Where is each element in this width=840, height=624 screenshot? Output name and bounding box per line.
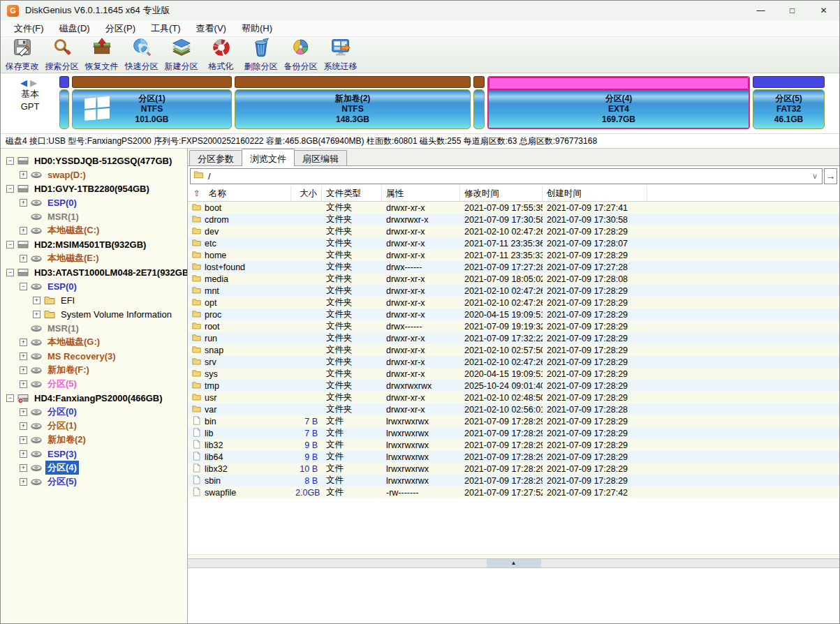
expand-icon[interactable]: + (20, 464, 27, 472)
tree-item-EFI[interactable]: +EFI (1, 293, 187, 307)
expand-icon[interactable]: + (20, 171, 27, 179)
file-row-dev[interactable]: dev文件夹drwxr-xr-x2021-02-10 02:47:262021-… (188, 225, 839, 237)
expand-icon[interactable]: + (20, 478, 27, 486)
menu-item-1[interactable]: 磁盘(D) (52, 21, 98, 36)
menu-item-2[interactable]: 分区(P) (98, 21, 143, 36)
tab-分区参数[interactable]: 分区参数 (189, 150, 242, 165)
collapse-icon[interactable]: − (6, 185, 14, 193)
quick-partition-button[interactable]: 快速分区 (121, 38, 161, 73)
tree-item-MSR(1)[interactable]: +MSR(1) (1, 321, 187, 335)
format-button[interactable]: 格式化 (201, 38, 241, 73)
expand-icon[interactable]: + (20, 199, 27, 207)
close-button[interactable]: ✕ (808, 1, 839, 20)
file-row-usr[interactable]: usr文件夹drwxr-xr-x2021-02-10 02:48:502021-… (188, 392, 839, 403)
file-row-proc[interactable]: proc文件夹drwxr-xr-x2020-04-15 19:09:512021… (188, 309, 839, 320)
tree-item-新加卷(F:)[interactable]: +新加卷(F:) (1, 363, 187, 377)
file-row-cdrom[interactable]: cdrom文件夹drwxrwxr-x2021-07-09 17:30:58202… (188, 214, 839, 225)
column-header-名称[interactable]: ⇧名称 (188, 186, 291, 201)
column-header-文件类型[interactable]: 文件类型 (322, 186, 382, 201)
file-row-sys[interactable]: sys文件夹drwxr-xr-x2020-04-15 19:09:512021-… (188, 368, 839, 380)
tree-item-分区(4)[interactable]: +分区(4) (1, 461, 187, 475)
file-row-root[interactable]: root文件夹drwx------2021-07-09 19:19:322021… (188, 320, 839, 332)
tree-item-MS Recovery(3)[interactable]: +MS Recovery(3) (1, 349, 187, 363)
file-row-bin[interactable]: bin7 B文件lrwxrwxrwx2021-07-09 17:28:29202… (188, 415, 839, 427)
expand-icon[interactable]: + (20, 352, 27, 360)
menu-item-4[interactable]: 查看(V) (189, 21, 234, 36)
minimize-button[interactable]: — (745, 1, 776, 20)
partition-block-分区(1)[interactable]: 分区(1)NTFS101.0GB (72, 76, 232, 129)
file-row-sbin[interactable]: sbin8 B文件lrwxrwxrwx2021-07-09 17:28:2920… (188, 475, 839, 486)
file-row-snap[interactable]: snap文件夹drwxr-xr-x2021-02-10 02:57:502021… (188, 344, 839, 356)
collapse-icon[interactable]: − (6, 394, 14, 402)
file-row-tmp[interactable]: tmp文件夹drwxrwxrwx2025-10-24 09:01:402021-… (188, 380, 839, 392)
tree-item-HD0:YSSDJQB-512GSQ(477GB)[interactable]: −HD0:YSSDJQB-512GSQ(477GB) (1, 154, 187, 168)
tree-item-本地磁盘(E:)[interactable]: +本地磁盘(E:) (1, 251, 187, 265)
file-row-home[interactable]: home文件夹drwxr-xr-x2021-07-11 23:35:332021… (188, 249, 839, 261)
chevron-down-icon[interactable]: ∨ (812, 172, 819, 181)
partition-block-sliver[interactable] (473, 76, 485, 129)
recover-files-button[interactable]: 恢复文件 (82, 38, 121, 73)
column-header-创建时间[interactable]: 创建时间 (543, 186, 647, 201)
expand-icon[interactable]: + (20, 366, 27, 374)
tree-item-HD4:FanxiangPS2000(466GB)[interactable]: −HD4:FanxiangPS2000(466GB) (1, 391, 187, 405)
delete-partition-button[interactable]: 删除分区 (241, 38, 281, 73)
column-header-修改时间[interactable]: 修改时间 (460, 186, 543, 201)
expand-icon[interactable]: + (20, 408, 27, 416)
file-row-lost+found[interactable]: lost+found文件夹drwx------2021-07-09 17:27:… (188, 261, 839, 273)
file-row-libx32[interactable]: libx3210 B文件lrwxrwxrwx2021-07-09 17:28:2… (188, 463, 839, 475)
menu-item-5[interactable]: 帮助(H) (234, 21, 280, 36)
disk-next-icon[interactable]: ▶ (30, 77, 40, 88)
tree-item-新加卷(2)[interactable]: +新加卷(2) (1, 433, 187, 447)
column-header-属性[interactable]: 属性 (382, 186, 460, 201)
file-row-media[interactable]: media文件夹drwxr-xr-x2021-07-09 18:05:02202… (188, 273, 839, 285)
tree-item-ESP(0)[interactable]: −ESP(0) (1, 279, 187, 293)
expand-icon[interactable]: + (20, 450, 27, 458)
tree-item-HD2:MSIM4501TB(932GB)[interactable]: −HD2:MSIM4501TB(932GB) (1, 237, 187, 251)
collapse-icon[interactable]: − (6, 241, 14, 248)
expand-icon[interactable]: + (20, 227, 27, 235)
tree-item-MSR(1)[interactable]: +MSR(1) (1, 209, 187, 223)
save-changes-button[interactable]: 保存更改 (2, 38, 42, 73)
file-row-run[interactable]: run文件夹drwxr-xr-x2021-07-09 17:32:222021-… (188, 332, 839, 344)
file-row-lib32[interactable]: lib329 B文件lrwxrwxrwx2021-07-09 17:28:292… (188, 439, 839, 451)
tree-item-本地磁盘(C:)[interactable]: +本地磁盘(C:) (1, 223, 187, 237)
panel-expand-button[interactable]: ▲ (487, 559, 541, 567)
disk-prev-icon[interactable]: ◀ (20, 77, 30, 88)
path-combobox[interactable]: / ∨ (190, 168, 823, 184)
expand-icon[interactable]: + (33, 311, 40, 318)
partition-block-sliver[interactable] (59, 76, 69, 129)
file-row-lib[interactable]: lib7 B文件lrwxrwxrwx2021-07-09 17:28:29202… (188, 427, 839, 439)
tree-item-分区(1)[interactable]: +分区(1) (1, 419, 187, 433)
tree-item-HD1:GVY-1TB2280(954GB)[interactable]: −HD1:GVY-1TB2280(954GB) (1, 181, 187, 195)
expand-icon[interactable]: + (33, 297, 40, 304)
backup-partition-button[interactable]: 备份分区 (281, 38, 320, 73)
maximize-button[interactable]: □ (776, 1, 808, 20)
tree-item-分区(0)[interactable]: +分区(0) (1, 405, 187, 419)
collapse-icon[interactable]: − (6, 157, 14, 165)
expand-icon[interactable]: + (20, 380, 27, 388)
tree-item-System Volume Information[interactable]: +System Volume Information (1, 307, 187, 321)
search-partition-button[interactable]: 搜索分区 (42, 38, 82, 73)
tree-item-ESP(0)[interactable]: +ESP(0) (1, 195, 187, 209)
collapse-icon[interactable]: − (6, 269, 14, 276)
tree-item-本地磁盘(G:)[interactable]: +本地磁盘(G:) (1, 335, 187, 349)
file-row-boot[interactable]: boot文件夹drwxr-xr-x2021-07-09 17:55:352021… (188, 202, 839, 214)
tree-item-ESP(3)[interactable]: +ESP(3) (1, 447, 187, 461)
file-row-srv[interactable]: srv文件夹drwxr-xr-x2021-02-10 02:47:262021-… (188, 356, 839, 368)
expand-icon[interactable]: + (20, 436, 27, 444)
tree-item-HD3:ATAST1000LM048-2E71(932GB)[interactable]: −HD3:ATAST1000LM048-2E71(932GB) (1, 265, 187, 279)
file-row-opt[interactable]: opt文件夹drwxr-xr-x2021-02-10 02:47:262021-… (188, 297, 839, 309)
go-button[interactable]: → (824, 168, 837, 184)
file-row-etc[interactable]: etc文件夹drwxr-xr-x2021-07-11 23:35:362021-… (188, 237, 839, 249)
expand-icon[interactable]: + (20, 422, 27, 430)
file-row-mnt[interactable]: mnt文件夹drwxr-xr-x2021-02-10 02:47:262021-… (188, 285, 839, 297)
menu-item-0[interactable]: 文件(F) (6, 21, 52, 36)
new-partition-button[interactable]: 新建分区 (161, 38, 201, 73)
partition-block-分区(5)[interactable]: 分区(5)FAT3246.1GB (753, 76, 825, 129)
tab-扇区编辑[interactable]: 扇区编辑 (294, 150, 347, 165)
partition-block-分区(4)[interactable]: 分区(4)EXT4169.7GB (487, 76, 750, 129)
tab-浏览文件[interactable]: 浏览文件 (242, 149, 295, 166)
menu-item-3[interactable]: 工具(T) (143, 21, 189, 36)
system-migration-button[interactable]: 系统迁移 (320, 38, 360, 73)
tree-item-swap(D:)[interactable]: +swap(D:) (1, 168, 187, 181)
